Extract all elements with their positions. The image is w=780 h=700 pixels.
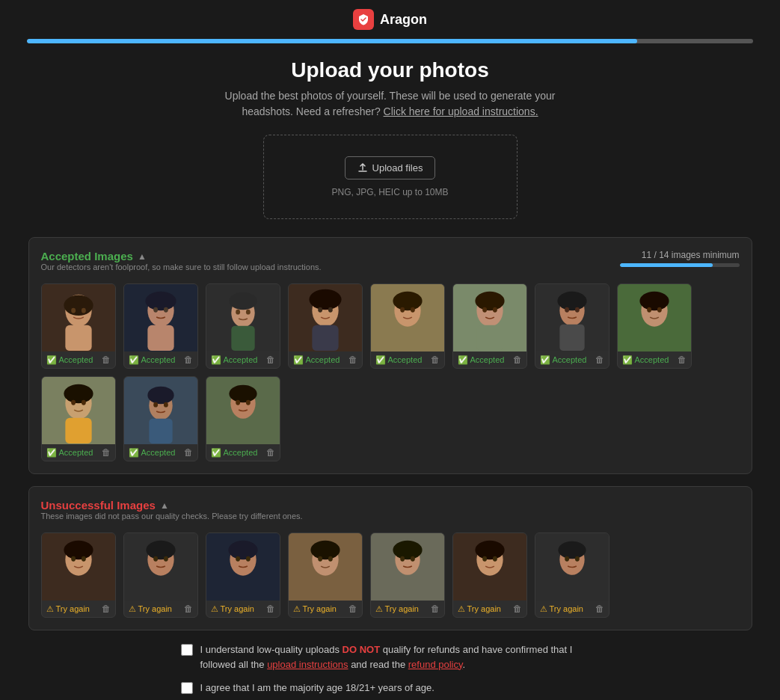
delete-unsuccessful-3[interactable]: 🗑 (266, 604, 275, 614)
svg-rect-31 (559, 325, 584, 351)
accepted-chevron-icon[interactable]: ▲ (138, 251, 147, 262)
upload-icon (357, 163, 368, 174)
svg-point-23 (410, 307, 414, 313)
delete-accepted-4[interactable]: 🗑 (348, 354, 357, 365)
unsuccessful-label-4: ⚠ Try again (293, 604, 337, 614)
svg-point-11 (229, 292, 257, 310)
accepted-progress-bar (620, 263, 740, 267)
refund-policy-link[interactable]: refund policy (408, 659, 463, 670)
svg-point-65 (310, 541, 340, 559)
delete-accepted-1[interactable]: 🗑 (102, 354, 111, 365)
accepted-face-6 (453, 284, 526, 351)
svg-point-33 (574, 307, 579, 313)
delete-unsuccessful-4[interactable]: 🗑 (348, 604, 357, 614)
svg-point-66 (318, 556, 322, 562)
accepted-face-5 (371, 284, 444, 351)
svg-rect-26 (476, 325, 503, 351)
unsuccessful-face-2 (124, 533, 197, 601)
svg-point-13 (236, 310, 240, 315)
unsuccessful-title-area: Unsuccessful Images ▲ These images did n… (41, 499, 303, 529)
accepted-label-4: ✅ Accepted (293, 355, 340, 365)
svg-point-22 (400, 307, 405, 313)
svg-point-16 (309, 289, 341, 310)
unsuccessful-chevron-icon[interactable]: ▲ (160, 500, 169, 511)
accepted-image-1: ✅ Accepted 🗑 (41, 283, 116, 369)
svg-point-28 (492, 307, 497, 313)
accepted-count-area: 11 / 14 images minimum (620, 250, 740, 267)
accepted-image-6: ✅ Accepted 🗑 (452, 283, 527, 369)
delete-accepted-2[interactable]: 🗑 (184, 354, 193, 365)
svg-point-44 (147, 387, 173, 405)
svg-point-55 (81, 556, 85, 562)
delete-unsuccessful-6[interactable]: 🗑 (513, 604, 522, 614)
svg-point-37 (657, 307, 661, 313)
svg-point-35 (639, 292, 669, 310)
accepted-face-11 (206, 377, 280, 444)
delete-accepted-9[interactable]: 🗑 (102, 447, 111, 458)
svg-point-9 (163, 307, 168, 313)
svg-point-19 (328, 307, 332, 313)
delete-accepted-6[interactable]: 🗑 (513, 354, 522, 365)
quality-checkbox-row: I understand low-quality uploads DO NOT … (181, 642, 600, 672)
quality-checkbox[interactable] (181, 644, 193, 656)
svg-rect-2 (65, 325, 91, 351)
accepted-image-8: ✅ Accepted 🗑 (617, 283, 692, 369)
svg-rect-7 (147, 325, 173, 351)
delete-accepted-8[interactable]: 🗑 (678, 354, 687, 365)
svg-point-69 (393, 541, 422, 559)
unsuccessful-label-2: ⚠ Try again (129, 604, 172, 614)
accepted-image-10: ✅ Accepted 🗑 (123, 376, 198, 461)
svg-point-50 (236, 400, 240, 405)
svg-point-77 (558, 541, 586, 559)
accepted-subtitle: Our detectors aren't foolproof, so make … (41, 262, 322, 271)
svg-point-54 (71, 556, 76, 562)
upload-files-button[interactable]: Upload files (345, 156, 436, 179)
upload-dropzone[interactable]: Upload files PNG, JPG, HEIC up to 10MB (263, 135, 518, 219)
accepted-label-2: ✅ Accepted (129, 355, 176, 365)
app-header: Aragon (0, 0, 780, 36)
delete-accepted-5[interactable]: 🗑 (431, 354, 440, 365)
accepted-image-5: ✅ Accepted 🗑 (370, 283, 445, 369)
unsuccessful-image-6: ⚠ Try again 🗑 (452, 532, 527, 618)
svg-point-78 (565, 556, 569, 562)
accepted-label-10: ✅ Accepted (129, 448, 176, 458)
unsuccessful-face-1 (42, 533, 115, 601)
unsuccessful-image-1: ⚠ Try again 🗑 (41, 532, 116, 618)
unsuccessful-section-header: Unsuccessful Images ▲ These images did n… (41, 499, 740, 529)
unsuccessful-label-6: ⚠ Try again (458, 604, 501, 614)
svg-point-4 (81, 308, 85, 313)
svg-point-58 (153, 556, 158, 562)
delete-unsuccessful-2[interactable]: 🗑 (184, 604, 193, 614)
accepted-face-9 (42, 377, 115, 444)
delete-accepted-10[interactable]: 🗑 (184, 447, 193, 458)
unsuccessful-image-5: ⚠ Try again 🗑 (370, 532, 445, 618)
svg-point-62 (236, 556, 240, 562)
accepted-label-8: ✅ Accepted (622, 355, 669, 365)
unsuccessful-face-4 (289, 533, 362, 601)
unsuccessful-image-7: ⚠ Try again 🗑 (535, 532, 609, 618)
svg-point-79 (574, 556, 579, 562)
unsuccessful-image-3: ⚠ Try again 🗑 (206, 532, 280, 618)
delete-accepted-7[interactable]: 🗑 (595, 354, 604, 365)
delete-unsuccessful-1[interactable]: 🗑 (102, 604, 111, 614)
accepted-label-7: ✅ Accepted (540, 355, 587, 365)
upload-instructions-link-2[interactable]: upload instructions (267, 659, 348, 670)
accepted-label-11: ✅ Accepted (211, 448, 258, 458)
svg-point-42 (81, 400, 85, 405)
accepted-label-1: ✅ Accepted (46, 355, 93, 365)
checkbox-section: I understand low-quality uploads DO NOT … (166, 642, 615, 696)
svg-rect-17 (312, 325, 338, 351)
age-checkbox[interactable] (181, 682, 193, 694)
unsuccessful-face-3 (206, 533, 280, 601)
delete-unsuccessful-5[interactable]: 🗑 (431, 604, 440, 614)
upload-instructions-link[interactable]: Click here for upload instructions. (384, 105, 538, 117)
delete-accepted-11[interactable]: 🗑 (266, 447, 275, 458)
accepted-face-8 (618, 284, 691, 351)
delete-accepted-3[interactable]: 🗑 (266, 354, 275, 365)
accepted-label-6: ✅ Accepted (458, 355, 505, 365)
svg-point-74 (482, 556, 487, 562)
unsuccessful-face-5 (371, 533, 444, 601)
delete-unsuccessful-7[interactable]: 🗑 (595, 604, 604, 614)
svg-point-6 (145, 292, 176, 310)
app-title: Aragon (380, 12, 427, 28)
